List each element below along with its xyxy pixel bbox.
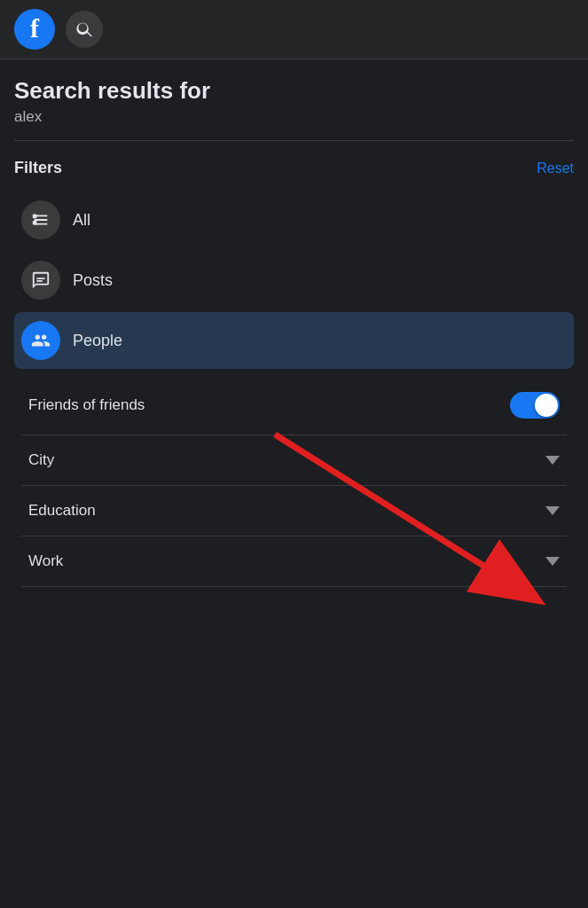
people-icon-circle (21, 321, 60, 360)
friends-of-friends-label: Friends of friends (28, 396, 145, 414)
toggle-thumb (535, 394, 558, 417)
page-wrapper: f Search results for alex Filters Reset (0, 0, 588, 587)
sub-filters: Friends of friends City Education Work (14, 376, 574, 587)
search-query: alex (14, 108, 574, 126)
sub-filter-friends-of-friends[interactable]: Friends of friends (21, 376, 567, 435)
header: f (0, 0, 588, 59)
city-dropdown-arrow (545, 456, 560, 465)
filter-item-posts[interactable]: Posts (14, 252, 574, 309)
work-label: Work (28, 552, 63, 570)
filter-item-all[interactable]: All (14, 192, 574, 248)
posts-icon-circle (21, 261, 60, 300)
people-icon (31, 331, 51, 350)
fb-letter: f (30, 15, 39, 42)
search-icon (75, 20, 93, 38)
search-button[interactable] (66, 11, 103, 48)
toggle-track (510, 392, 560, 419)
sub-filter-work[interactable]: Work (21, 536, 567, 587)
search-results-title: Search results for (14, 77, 574, 105)
filter-all-label: All (73, 211, 90, 230)
filters-label: Filters (14, 159, 62, 177)
filter-posts-label: Posts (73, 271, 113, 290)
filters-header: Filters Reset (14, 159, 574, 177)
facebook-logo[interactable]: f (14, 9, 55, 50)
education-dropdown-arrow (545, 506, 560, 515)
all-icon (31, 210, 51, 230)
reset-button[interactable]: Reset (537, 160, 574, 176)
main-content: Search results for alex Filters Reset Al… (0, 59, 588, 587)
svg-rect-1 (33, 221, 37, 225)
posts-icon (31, 270, 51, 290)
svg-rect-0 (33, 215, 37, 219)
all-icon-circle (21, 200, 60, 239)
sub-filter-city[interactable]: City (21, 435, 567, 486)
filter-item-people[interactable]: People (14, 312, 574, 369)
friends-of-friends-toggle[interactable] (510, 392, 560, 419)
city-label: City (28, 451, 54, 469)
education-label: Education (28, 502, 96, 520)
work-dropdown-arrow (545, 557, 560, 566)
divider (14, 140, 574, 141)
sub-filter-education[interactable]: Education (21, 486, 567, 536)
filter-people-label: People (73, 332, 122, 350)
